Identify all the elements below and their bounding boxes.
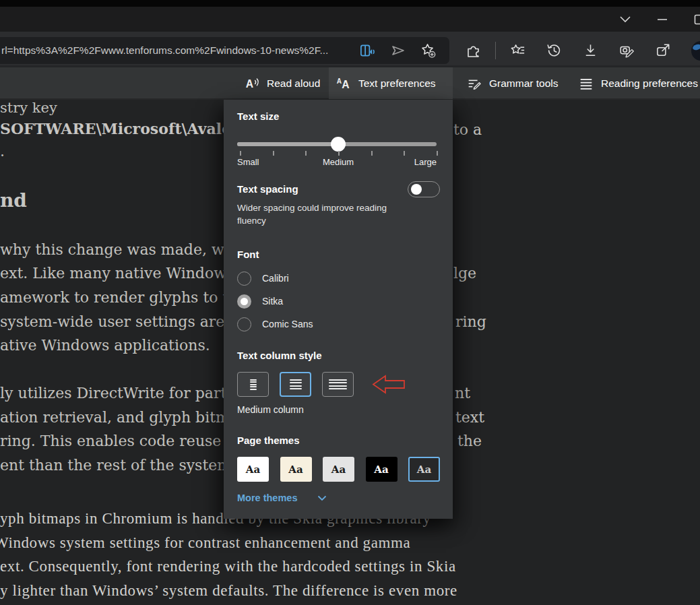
article-text-line: the bbox=[457, 433, 482, 449]
minimize-icon[interactable] bbox=[657, 14, 668, 25]
radio-icon bbox=[237, 272, 251, 286]
text-spacing-title: Text spacing bbox=[237, 183, 298, 195]
article-text-line: ation retrieval, and glyph bitma bbox=[0, 409, 238, 426]
send-icon[interactable] bbox=[389, 42, 406, 59]
slider-tick bbox=[305, 151, 307, 156]
profile-avatar[interactable] bbox=[691, 41, 700, 61]
reader-tool-label: Read aloud bbox=[267, 77, 320, 90]
reader-tool-label: Grammar tools bbox=[489, 77, 559, 90]
text-preferences-panel: Text size SmallMediumLarge Text spacing … bbox=[224, 100, 453, 519]
column-style-wide[interactable] bbox=[322, 372, 354, 397]
slider-tick bbox=[371, 151, 373, 156]
slider-label-small: Small bbox=[237, 157, 259, 167]
slider-label-medium: Medium bbox=[323, 157, 354, 167]
slider-thumb[interactable] bbox=[331, 137, 346, 152]
history-icon[interactable] bbox=[546, 42, 563, 59]
text-preferences-icon: AA bbox=[336, 75, 352, 92]
page-themes-title: Page themes bbox=[237, 435, 300, 446]
slider-label-large: Large bbox=[414, 157, 437, 167]
address-bar[interactable]: rl=https%3A%2F%2Fwww.tenforums.com%2Fwin… bbox=[0, 37, 449, 64]
reader-tool-read-aloud[interactable]: ARead aloud bbox=[237, 69, 323, 98]
radio-selected-icon bbox=[237, 294, 251, 309]
annotation-left-arrow-icon bbox=[371, 374, 406, 395]
text-spacing-toggle[interactable] bbox=[408, 181, 440, 197]
column-style-caption: Medium column bbox=[237, 404, 304, 415]
window-controls bbox=[620, 7, 700, 32]
chevron-down-icon[interactable] bbox=[620, 14, 631, 25]
share-icon[interactable] bbox=[655, 42, 672, 59]
svg-text:A: A bbox=[246, 78, 253, 90]
reader-tool-label: Reading preferences bbox=[601, 77, 698, 90]
slider-tick bbox=[404, 151, 405, 156]
article-text-line: y lighter than Windows’ system defaults.… bbox=[0, 582, 457, 600]
more-themes-label: More themes bbox=[237, 492, 297, 503]
article-text-line: system-wide user settings are r bbox=[0, 313, 236, 330]
font-option-comic-sans[interactable]: Comic Sans bbox=[237, 315, 313, 333]
column-style-title: Text column style bbox=[237, 350, 322, 361]
article-text-line: ext. Like many native Windows a bbox=[0, 265, 247, 282]
favorites-icon[interactable] bbox=[509, 42, 526, 59]
radio-icon bbox=[237, 317, 251, 331]
reader-tool-text-preferences[interactable]: AAText preferences bbox=[329, 67, 453, 99]
column-style-narrow[interactable] bbox=[237, 372, 269, 397]
article-text-line: amework to render glyphs to the bbox=[0, 289, 247, 306]
article-text-line: nd bbox=[0, 189, 27, 212]
browser-toolbar: rl=https%3A%2F%2Fwww.tenforums.com%2Fwin… bbox=[0, 32, 700, 67]
slider-labels: SmallMediumLarge bbox=[237, 157, 437, 168]
font-option-label: Calibri bbox=[262, 273, 289, 284]
font-option-label: Comic Sans bbox=[262, 319, 313, 329]
text-size-title: Text size bbox=[237, 110, 279, 122]
reader-tool-label: Text preferences bbox=[358, 77, 436, 90]
add-favorite-icon[interactable] bbox=[420, 42, 437, 59]
article-text-line: nt bbox=[455, 385, 470, 402]
slider-fill bbox=[237, 142, 338, 146]
chevron-down-icon bbox=[317, 495, 327, 501]
article-text-line: ext. Consequently, font rendering with t… bbox=[0, 558, 456, 575]
article-text-line: SOFTWARE\Microsoft\Avalon.G bbox=[0, 120, 260, 137]
title-bar bbox=[0, 7, 700, 32]
page-theme-swatch-2[interactable]: Aa bbox=[280, 457, 312, 482]
downloads-icon[interactable] bbox=[582, 42, 599, 59]
column-style-medium[interactable] bbox=[280, 372, 311, 397]
font-option-sitka[interactable]: Sitka bbox=[237, 292, 283, 310]
text-size-slider[interactable] bbox=[237, 142, 437, 146]
page-theme-swatch-5[interactable]: Aa bbox=[408, 457, 440, 482]
immersive-reader-icon[interactable] bbox=[359, 42, 376, 59]
slider-tick bbox=[437, 151, 438, 156]
font-title: Font bbox=[237, 249, 259, 260]
page-theme-swatch-1[interactable]: Aa bbox=[237, 457, 269, 482]
article-text-line: Windows system settings for contrast enh… bbox=[0, 534, 410, 552]
browser-window: rl=https%3A%2F%2Fwww.tenforums.com%2Fwin… bbox=[0, 0, 700, 605]
toggle-knob bbox=[411, 184, 422, 195]
slider-tick bbox=[240, 151, 241, 156]
article-text-line: ent than the rest of the system’s bbox=[0, 457, 243, 474]
article-text-line: ring. This enables code reuse ac bbox=[0, 433, 243, 449]
extensions-icon[interactable] bbox=[465, 42, 482, 59]
read-aloud-icon: A bbox=[244, 75, 260, 92]
reader-tool-grammar-tools[interactable]: Grammar tools bbox=[459, 69, 565, 98]
font-option-calibri[interactable]: Calibri bbox=[237, 269, 289, 287]
slider-ticks bbox=[240, 151, 437, 156]
urlbar-icons bbox=[359, 37, 437, 64]
article-text-line: . bbox=[0, 143, 5, 160]
article-text-line: ative Windows applications. bbox=[0, 337, 210, 354]
web-capture-icon[interactable] bbox=[618, 42, 635, 59]
page-theme-swatch-4[interactable]: Aa bbox=[366, 457, 397, 482]
font-option-label: Sitka bbox=[262, 296, 283, 307]
reader-tool-reading-preferences[interactable]: Reading preferences bbox=[571, 69, 700, 98]
more-themes-link[interactable]: More themes bbox=[237, 492, 327, 503]
slider-tick bbox=[273, 151, 274, 156]
tab-strip bbox=[0, 0, 700, 7]
article-text-line: lge bbox=[453, 265, 476, 282]
article-text-line: text bbox=[455, 409, 484, 426]
maximize-icon[interactable] bbox=[694, 14, 700, 25]
slider-tick bbox=[338, 151, 340, 156]
toolbar-divider bbox=[495, 42, 496, 59]
grammar-tools-icon bbox=[466, 75, 482, 92]
article-text-line: to a bbox=[453, 121, 482, 138]
text-spacing-description: Wider spacing could improve reading flue… bbox=[237, 202, 416, 227]
article-text-line: stry key bbox=[0, 100, 57, 116]
article-text-line: why this change was made, we bbox=[0, 241, 233, 258]
page-theme-swatch-3[interactable]: Aa bbox=[323, 457, 354, 482]
url-text: rl=https%3A%2F%2Fwww.tenforums.com%2Fwin… bbox=[1, 44, 328, 57]
